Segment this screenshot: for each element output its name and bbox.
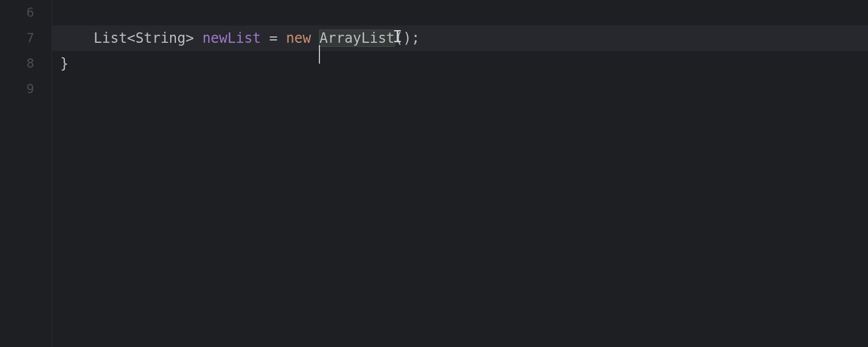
line-number: 9 (0, 76, 34, 102)
code-line[interactable] (52, 76, 868, 102)
space (261, 30, 269, 46)
line-number-gutter: 6 7 8 9 (0, 0, 52, 347)
space (194, 30, 202, 46)
code-editor[interactable]: 6 7 8 9 List<String> newList = new Array… (0, 0, 868, 347)
space (278, 30, 286, 46)
token-operator: = (269, 30, 277, 46)
token-angle: < (127, 30, 135, 46)
space (311, 30, 319, 46)
code-line[interactable]: } (52, 51, 868, 76)
token-semicolon: ; (411, 30, 420, 46)
line-number: 6 (0, 0, 34, 25)
token-generic: String (135, 30, 186, 46)
token-class-highlighted: ArrayList (319, 30, 395, 46)
token-angle: > (186, 30, 194, 46)
token-variable: newList (203, 30, 261, 46)
line-number: 7 (0, 25, 34, 51)
indent (60, 30, 94, 46)
code-line-active[interactable]: List<String> newList = new ArrayList(); (52, 25, 868, 51)
token-type: List (94, 30, 127, 46)
token-brace: } (60, 56, 68, 72)
token-paren: () (395, 30, 411, 46)
token-keyword: new (286, 30, 311, 46)
code-area[interactable]: List<String> newList = new ArrayList(); … (52, 0, 868, 347)
code-line[interactable] (52, 0, 868, 25)
line-number: 8 (0, 51, 34, 76)
